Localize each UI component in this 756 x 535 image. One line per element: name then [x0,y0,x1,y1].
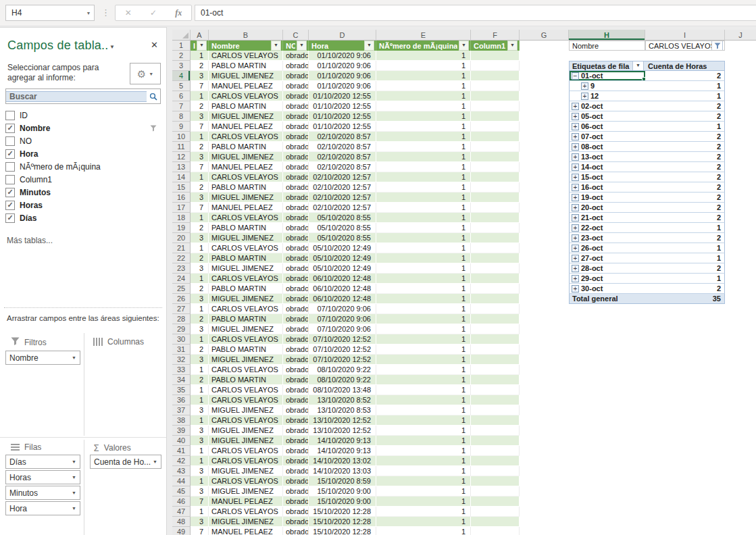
table-cell[interactable] [471,213,520,223]
field-item-column1[interactable]: Column1 [5,173,161,186]
expand-icon[interactable]: + [572,245,579,252]
row-header-36[interactable]: 36 [172,395,191,405]
table-cell[interactable] [471,182,520,193]
table-cell[interactable]: 2 [191,182,209,193]
column-header-E[interactable]: E [376,30,471,41]
pivot-cell[interactable]: Cuenta de Horas [645,61,725,71]
table-cell[interactable]: MANUEL PELAEZ [209,162,283,172]
field-checkbox[interactable]: ✓ [5,124,15,133]
table-cell[interactable]: MIGUEL JIMENEZ [209,436,283,446]
table-cell[interactable]: MIGUEL JIMENEZ [209,486,283,496]
expand-icon[interactable]: + [572,204,579,211]
table-cell[interactable]: MIGUEL JIMENEZ [209,426,283,436]
empty-cell[interactable] [725,345,756,355]
table-cell[interactable]: 1 [376,263,471,274]
row-header-26[interactable]: 26 [172,294,191,304]
table-cell[interactable]: 15/10/2020 9:00 [309,496,376,507]
pivot-cell[interactable]: 2 [645,162,725,172]
table-cell[interactable]: 1 [376,132,471,142]
column-header-F[interactable]: F [471,30,520,41]
table-cell[interactable]: obrador [283,294,309,304]
pivot-cell[interactable]: 2 [645,284,725,294]
table-cell[interactable]: 1 [376,527,471,535]
row-header-40[interactable]: 40 [172,436,191,446]
table-cell[interactable]: 2 [191,101,209,111]
table-cell[interactable]: 07/10/2020 12:52 [309,355,376,365]
table-cell[interactable]: 13/10/2020 12:52 [309,426,376,436]
field-item-días[interactable]: ✓Días [5,211,161,224]
row-header-10[interactable]: 10 [172,132,191,142]
table-cell[interactable]: 01/10/2020 12:55 [309,91,376,101]
table-cell[interactable]: 1 [376,436,471,446]
table-cell[interactable]: 1 [376,345,471,355]
table-cell[interactable]: PABLO MARTIN [209,284,283,294]
empty-cell[interactable] [645,436,725,446]
field-checkbox[interactable]: ✓ [5,188,15,197]
table-cell[interactable]: 3 [191,466,209,476]
table-cell[interactable] [471,517,520,527]
table-cell[interactable] [471,314,520,324]
pivot-cell[interactable]: 1 [645,223,725,233]
expand-icon[interactable]: + [572,234,579,242]
table-cell[interactable]: 1 [376,395,471,405]
area-field-nombre[interactable]: Nombre▼ [5,351,80,365]
table-cell[interactable]: PABLO MARTIN [209,61,283,71]
table-cell[interactable]: 13/10/2020 12:52 [309,415,376,426]
table-cell[interactable]: 1 [191,213,209,223]
area-field-hora[interactable]: Hora▼ [5,501,80,515]
empty-cell[interactable] [569,466,645,476]
table-cell[interactable]: obrador [283,193,309,203]
row-header-24[interactable]: 24 [172,274,191,284]
empty-cell[interactable] [725,243,756,253]
table-cell[interactable]: 06/10/2020 12:48 [309,274,376,284]
pivot-cell[interactable]: Etiquetas de fila▼ [569,61,645,71]
pivot-cell[interactable]: 1 [645,122,725,132]
row-header-29[interactable]: 29 [172,324,191,334]
table-cell[interactable] [471,385,520,395]
table-cell[interactable] [471,233,520,243]
pivot-cell[interactable]: −01-oct [569,71,645,81]
table-cell[interactable]: 02/10/2020 8:57 [309,162,376,172]
table-cell[interactable] [471,203,520,213]
table-cell[interactable]: 1 [376,81,471,91]
table-cell[interactable]: 05/10/2020 12:49 [309,263,376,274]
empty-cell[interactable] [725,111,756,122]
table-cell[interactable]: 1 [376,334,471,345]
table-cell[interactable]: PABLO MARTIN [209,101,283,111]
table-cell[interactable]: obrador [283,355,309,365]
empty-cell[interactable] [725,203,756,213]
table-cell[interactable]: 05/10/2020 12:49 [309,243,376,253]
table-cell[interactable]: 1 [376,182,471,193]
expand-icon[interactable]: + [572,224,579,232]
table-cell[interactable] [471,375,520,385]
table-cell[interactable]: 07/10/2020 9:06 [309,314,376,324]
field-checkbox[interactable] [5,111,15,120]
empty-cell[interactable] [520,355,569,365]
field-checkbox[interactable] [5,162,15,172]
empty-cell[interactable] [725,476,756,486]
chevron-down-icon[interactable]: ▼ [72,506,76,511]
field-item-nãºmero-de-mã¡quina[interactable]: NÃºmero de mÃ¡quina [5,160,161,173]
table-cell[interactable]: 07/10/2020 9:06 [309,304,376,314]
table-cell[interactable]: MANUEL PELAEZ [209,122,283,132]
table-cell[interactable]: PABLO MARTIN [209,375,283,385]
empty-cell[interactable] [645,345,725,355]
table-cell[interactable] [471,51,520,61]
row-header-43[interactable]: 43 [172,466,191,476]
table-cell[interactable]: 2 [191,345,209,355]
empty-cell[interactable] [725,81,756,91]
empty-cell[interactable] [645,456,725,466]
empty-cell[interactable] [569,517,645,527]
row-header-14[interactable]: 14 [172,172,191,182]
pivot-cell[interactable]: +06-oct [569,122,645,132]
table-cell[interactable]: 1 [191,274,209,284]
table-cell[interactable]: 1 [376,304,471,314]
table-cell[interactable]: 1 [376,91,471,101]
table-cell[interactable]: 1 [376,193,471,203]
empty-cell[interactable] [569,527,645,535]
empty-cell[interactable] [645,304,725,314]
table-cell[interactable]: 1 [191,507,209,517]
pivot-cell[interactable]: 1 [645,91,725,101]
table-cell[interactable] [471,334,520,345]
table-cell[interactable] [471,426,520,436]
